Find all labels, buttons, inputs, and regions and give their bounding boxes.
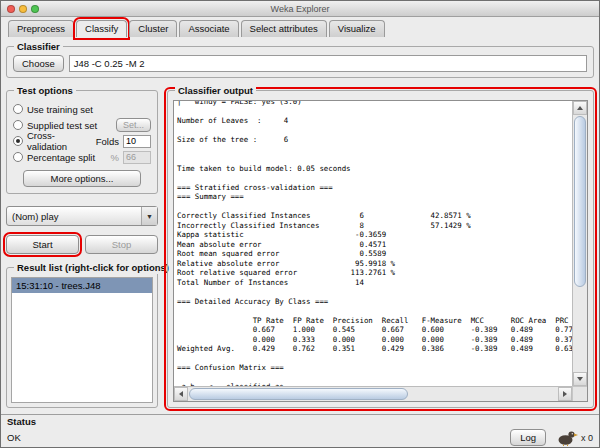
weka-explorer-window: Weka Explorer Preprocess Classify Cluste… <box>0 0 600 448</box>
weka-process-counter: x 0 <box>581 433 593 443</box>
classifier-spec-field[interactable]: J48 -C 0.25 -M 2 <box>69 55 587 72</box>
close-button[interactable] <box>7 5 15 13</box>
percentage-split-radio[interactable] <box>13 152 23 162</box>
classifier-output-area[interactable]: | windy = FALSE: yes (3.0) Number of Lea… <box>173 100 588 402</box>
result-list-item[interactable]: 15:31:10 - trees.J48 <box>12 278 152 293</box>
percent-input[interactable] <box>123 151 151 164</box>
tab-preprocess[interactable]: Preprocess <box>8 20 74 37</box>
percent-label: % <box>111 152 119 163</box>
status-title: Status <box>7 416 593 427</box>
tab-select-attributes[interactable]: Select attributes <box>241 20 327 37</box>
traffic-lights <box>1 5 39 13</box>
scroll-down-button[interactable] <box>573 372 587 386</box>
weka-bird-icon <box>556 429 578 446</box>
more-options-button[interactable]: More options... <box>23 170 141 187</box>
classifier-section-title: Classifier <box>14 40 63 53</box>
option-cross-validation: Cross-validation Folds <box>13 133 151 149</box>
arrow-left-icon <box>179 391 183 397</box>
folds-input[interactable] <box>123 135 151 148</box>
test-options-section: Test options Use training set Supplied t… <box>6 90 158 194</box>
tab-associate[interactable]: Associate <box>179 20 238 37</box>
main-content: Preprocess Classify Cluster Associate Se… <box>1 17 599 408</box>
test-options-title: Test options <box>14 84 76 97</box>
arrow-down-icon <box>577 377 583 381</box>
titlebar: Weka Explorer <box>1 1 599 17</box>
status-bar: Status OK Log x 0 <box>1 414 599 447</box>
start-button[interactable]: Start <box>6 235 79 254</box>
use-training-set-label: Use training set <box>27 104 93 115</box>
result-list: 15:31:10 - trees.J48 <box>11 277 153 403</box>
window-title: Weka Explorer <box>1 4 599 14</box>
scroll-right-button[interactable] <box>558 387 572 401</box>
tab-cluster[interactable]: Cluster <box>129 20 177 37</box>
status-message: OK <box>7 432 510 443</box>
scroll-left-button[interactable] <box>174 387 188 401</box>
stop-button[interactable]: Stop <box>85 235 158 254</box>
tab-classify[interactable]: Classify <box>76 20 127 37</box>
supplied-test-set-label: Supplied test set <box>27 120 97 131</box>
class-attribute-select[interactable]: (Nom) play ▼ <box>6 206 158 226</box>
result-list-title: Result list (right-click for options) <box>14 261 172 274</box>
horizontal-scrollbar-thumb[interactable] <box>189 388 408 400</box>
weka-status-icon-area: x 0 <box>556 429 593 446</box>
option-use-training-set: Use training set <box>13 101 151 117</box>
log-button[interactable]: Log <box>510 429 546 446</box>
class-attribute-value: (Nom) play <box>12 211 58 222</box>
folds-label: Folds <box>96 136 119 147</box>
classifier-output-section: Classifier output | windy = FALSE: yes (… <box>167 90 594 408</box>
use-training-set-radio[interactable] <box>13 104 23 114</box>
cross-validation-radio[interactable] <box>13 136 23 146</box>
classifier-output-text[interactable]: | windy = FALSE: yes (3.0) Number of Lea… <box>174 100 587 402</box>
classifier-output-title: Classifier output <box>175 84 256 97</box>
vertical-scrollbar[interactable] <box>572 101 587 386</box>
set-test-set-button[interactable]: Set... <box>116 118 151 132</box>
scrollbar-corner <box>572 386 587 401</box>
classifier-section: Classifier Choose J48 -C 0.25 -M 2 <box>6 46 594 78</box>
left-panel: Test options Use training set Supplied t… <box>6 90 158 408</box>
chevron-down-icon: ▼ <box>141 207 157 225</box>
percentage-split-label: Percentage split <box>27 152 95 163</box>
horizontal-scrollbar[interactable] <box>174 386 572 401</box>
arrow-right-icon <box>563 391 567 397</box>
cross-validation-label: Cross-validation <box>27 130 92 152</box>
result-list-section: Result list (right-click for options) 15… <box>6 267 158 408</box>
vertical-scrollbar-thumb[interactable] <box>574 116 586 287</box>
scroll-up-button[interactable] <box>573 101 587 115</box>
option-percentage-split: Percentage split % <box>13 149 151 165</box>
right-panel: Classifier output | windy = FALSE: yes (… <box>167 90 594 408</box>
tab-visualize[interactable]: Visualize <box>329 20 385 37</box>
choose-button[interactable]: Choose <box>13 55 64 72</box>
minimize-button[interactable] <box>19 5 27 13</box>
arrow-up-icon <box>577 106 583 110</box>
maximize-button[interactable] <box>31 5 39 13</box>
supplied-test-set-radio[interactable] <box>13 120 23 130</box>
tab-bar: Preprocess Classify Cluster Associate Se… <box>6 20 594 37</box>
